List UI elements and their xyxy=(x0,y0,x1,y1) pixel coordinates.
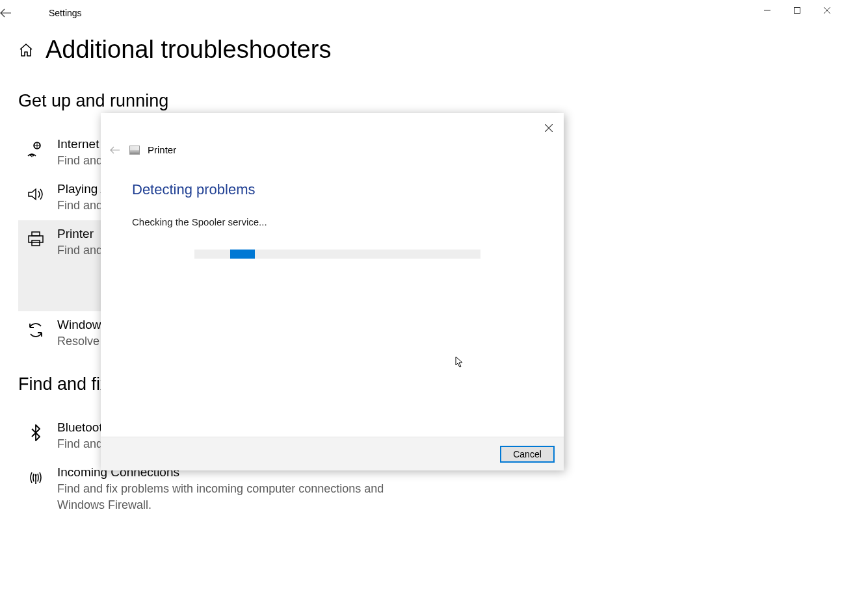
speaker-icon xyxy=(26,185,46,204)
maximize-button[interactable] xyxy=(782,0,812,21)
dialog-footer: Cancel xyxy=(101,437,564,470)
troubleshooter-desc: Find and fix problems with incoming comp… xyxy=(57,481,414,513)
sync-icon xyxy=(26,320,46,340)
dialog-close-button[interactable] xyxy=(539,118,559,138)
dialog-status-text: Checking the Spooler service... xyxy=(132,216,533,227)
dialog-body: Detecting problems Checking the Spooler … xyxy=(101,155,564,265)
progress-bar xyxy=(194,250,480,259)
antenna-icon xyxy=(26,468,46,487)
printer-small-icon xyxy=(129,146,140,155)
progress-fill xyxy=(230,250,255,259)
home-icon[interactable] xyxy=(18,42,34,58)
dialog-heading: Detecting problems xyxy=(132,181,533,198)
minimize-button[interactable] xyxy=(752,0,782,21)
troubleshooter-dialog: Printer Detecting problems Checking the … xyxy=(101,113,564,470)
titlebar: Settings xyxy=(0,0,842,26)
svg-point-6 xyxy=(35,474,37,476)
bluetooth-icon xyxy=(26,423,46,443)
svg-point-2 xyxy=(31,156,33,157)
svg-rect-5 xyxy=(32,240,40,246)
dialog-header: Printer xyxy=(101,113,564,155)
cancel-button[interactable]: Cancel xyxy=(500,446,555,463)
svg-rect-0 xyxy=(795,8,800,14)
printer-icon xyxy=(26,229,46,249)
svg-rect-4 xyxy=(29,236,43,242)
globe-wifi-icon xyxy=(26,140,46,159)
page-header: Additional troubleshooters xyxy=(18,36,824,64)
close-button[interactable] xyxy=(812,0,842,21)
page-title: Additional troubleshooters xyxy=(46,36,331,64)
window-title: Settings xyxy=(29,8,82,18)
dialog-title: Printer xyxy=(148,144,176,155)
window-controls xyxy=(752,0,842,21)
section-title-1: Get up and running xyxy=(18,91,824,111)
dialog-back-button xyxy=(109,146,122,154)
back-button[interactable] xyxy=(0,8,29,18)
svg-rect-3 xyxy=(32,232,40,236)
